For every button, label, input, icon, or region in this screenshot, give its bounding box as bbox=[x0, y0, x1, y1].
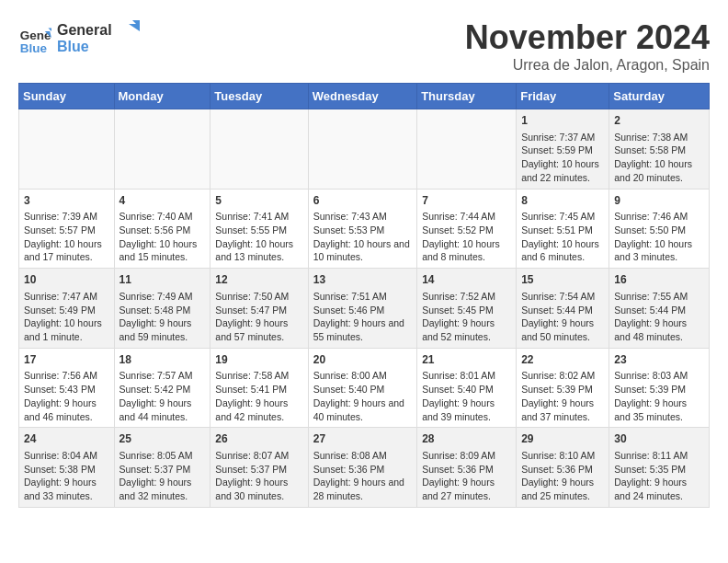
weekday-header-wednesday: Wednesday bbox=[308, 84, 416, 109]
day-info: Daylight: 9 hours and 28 minutes. bbox=[313, 476, 412, 502]
day-info: Sunset: 5:36 PM bbox=[422, 463, 511, 477]
calendar-cell: 15Sunrise: 7:54 AMSunset: 5:44 PMDayligh… bbox=[517, 269, 609, 349]
day-number: 6 bbox=[313, 193, 412, 209]
day-info: Sunrise: 7:52 AM bbox=[422, 290, 511, 304]
calendar-week-5: 24Sunrise: 8:04 AMSunset: 5:38 PMDayligh… bbox=[19, 428, 710, 508]
day-info: Daylight: 10 hours and 13 minutes. bbox=[215, 237, 302, 264]
svg-text:Blue: Blue bbox=[57, 39, 89, 54]
day-info: Sunrise: 8:10 AM bbox=[521, 449, 604, 463]
day-number: 11 bbox=[119, 272, 206, 288]
calendar-cell: 16Sunrise: 7:55 AMSunset: 5:44 PMDayligh… bbox=[609, 269, 710, 349]
day-number: 10 bbox=[24, 272, 109, 288]
calendar-cell: 24Sunrise: 8:04 AMSunset: 5:38 PMDayligh… bbox=[19, 428, 115, 508]
calendar-week-2: 3Sunrise: 7:39 AMSunset: 5:57 PMDaylight… bbox=[19, 189, 710, 269]
calendar-cell: 4Sunrise: 7:40 AMSunset: 5:56 PMDaylight… bbox=[114, 189, 210, 269]
day-number: 22 bbox=[521, 352, 604, 368]
day-info: Sunset: 5:36 PM bbox=[521, 463, 604, 477]
logo: General Blue General Blue bbox=[18, 18, 140, 61]
calendar-cell bbox=[114, 109, 210, 190]
day-info: Daylight: 9 hours and 39 minutes. bbox=[422, 396, 511, 423]
day-info: Sunrise: 7:39 AM bbox=[24, 210, 109, 224]
day-info: Daylight: 9 hours and 27 minutes. bbox=[422, 476, 511, 502]
day-info: Daylight: 9 hours and 57 minutes. bbox=[215, 316, 302, 343]
day-number: 24 bbox=[24, 431, 109, 447]
calendar-table: SundayMondayTuesdayWednesdayThursdayFrid… bbox=[18, 83, 710, 508]
day-number: 2 bbox=[614, 113, 704, 129]
day-number: 25 bbox=[119, 431, 206, 447]
title-area: November 2024 Urrea de Jalon, Aragon, Sp… bbox=[465, 18, 710, 74]
day-info: Sunrise: 7:46 AM bbox=[614, 210, 704, 224]
day-info: Daylight: 9 hours and 24 minutes. bbox=[614, 476, 704, 502]
day-info: Sunrise: 8:04 AM bbox=[24, 449, 109, 463]
day-info: Sunrise: 7:51 AM bbox=[313, 290, 412, 304]
calendar-cell: 22Sunrise: 8:02 AMSunset: 5:39 PMDayligh… bbox=[517, 348, 609, 428]
calendar-cell: 29Sunrise: 8:10 AMSunset: 5:36 PMDayligh… bbox=[517, 428, 609, 508]
calendar-cell: 11Sunrise: 7:49 AMSunset: 5:48 PMDayligh… bbox=[114, 269, 210, 349]
day-info: Sunset: 5:40 PM bbox=[313, 383, 412, 396]
calendar-cell: 28Sunrise: 8:09 AMSunset: 5:36 PMDayligh… bbox=[417, 428, 517, 508]
day-info: Sunrise: 8:03 AM bbox=[614, 369, 704, 383]
page-header: General Blue General Blue November 2024 … bbox=[18, 18, 710, 74]
weekday-header-thursday: Thursday bbox=[417, 84, 517, 109]
calendar-cell: 25Sunrise: 8:05 AMSunset: 5:37 PMDayligh… bbox=[114, 428, 210, 508]
calendar-cell bbox=[417, 109, 517, 190]
day-info: Daylight: 9 hours and 33 minutes. bbox=[24, 476, 109, 502]
calendar-cell bbox=[19, 109, 115, 190]
day-info: Sunrise: 7:41 AM bbox=[215, 210, 302, 224]
day-info: Sunset: 5:51 PM bbox=[521, 224, 604, 237]
day-info: Daylight: 10 hours and 3 minutes. bbox=[614, 237, 704, 264]
day-info: Sunrise: 8:11 AM bbox=[614, 449, 704, 463]
calendar-cell: 5Sunrise: 7:41 AMSunset: 5:55 PMDaylight… bbox=[210, 189, 308, 269]
day-info: Daylight: 9 hours and 25 minutes. bbox=[521, 476, 604, 502]
location: Urrea de Jalon, Aragon, Spain bbox=[465, 57, 710, 74]
month-title: November 2024 bbox=[465, 18, 710, 57]
day-info: Sunrise: 7:57 AM bbox=[119, 369, 206, 383]
day-number: 29 bbox=[521, 431, 604, 447]
day-number: 16 bbox=[614, 272, 704, 288]
day-info: Sunset: 5:45 PM bbox=[422, 304, 511, 317]
day-info: Sunrise: 7:56 AM bbox=[24, 369, 109, 383]
day-info: Daylight: 9 hours and 40 minutes. bbox=[313, 396, 412, 423]
day-info: Sunset: 5:35 PM bbox=[614, 463, 704, 477]
day-info: Sunset: 5:40 PM bbox=[422, 383, 511, 396]
day-number: 4 bbox=[119, 193, 206, 209]
calendar-header-row: SundayMondayTuesdayWednesdayThursdayFrid… bbox=[19, 84, 710, 109]
day-info: Sunset: 5:59 PM bbox=[521, 144, 604, 157]
day-info: Daylight: 9 hours and 55 minutes. bbox=[313, 316, 412, 343]
day-number: 23 bbox=[614, 352, 704, 368]
day-number: 20 bbox=[313, 352, 412, 368]
day-info: Sunrise: 8:02 AM bbox=[521, 369, 604, 383]
day-info: Sunrise: 7:45 AM bbox=[521, 210, 604, 224]
day-info: Daylight: 9 hours and 44 minutes. bbox=[119, 396, 206, 423]
weekday-header-tuesday: Tuesday bbox=[210, 84, 308, 109]
day-info: Daylight: 10 hours and 8 minutes. bbox=[422, 237, 511, 264]
weekday-header-friday: Friday bbox=[517, 84, 609, 109]
day-info: Sunset: 5:52 PM bbox=[422, 224, 511, 237]
day-info: Sunset: 5:36 PM bbox=[313, 463, 412, 477]
day-info: Daylight: 9 hours and 35 minutes. bbox=[614, 396, 704, 423]
day-number: 5 bbox=[215, 193, 302, 209]
day-info: Sunset: 5:57 PM bbox=[24, 224, 109, 237]
calendar-cell: 7Sunrise: 7:44 AMSunset: 5:52 PMDaylight… bbox=[417, 189, 517, 269]
day-number: 14 bbox=[422, 272, 511, 288]
calendar-cell: 18Sunrise: 7:57 AMSunset: 5:42 PMDayligh… bbox=[114, 348, 210, 428]
day-info: Sunrise: 8:05 AM bbox=[119, 449, 206, 463]
day-number: 30 bbox=[614, 431, 704, 447]
day-info: Sunrise: 7:44 AM bbox=[422, 210, 511, 224]
day-info: Daylight: 10 hours and 17 minutes. bbox=[24, 237, 109, 264]
calendar-cell: 19Sunrise: 7:58 AMSunset: 5:41 PMDayligh… bbox=[210, 348, 308, 428]
day-number: 3 bbox=[24, 193, 109, 209]
day-info: Daylight: 9 hours and 46 minutes. bbox=[24, 396, 109, 423]
day-info: Daylight: 9 hours and 50 minutes. bbox=[521, 316, 604, 343]
calendar-cell: 6Sunrise: 7:43 AMSunset: 5:53 PMDaylight… bbox=[308, 189, 416, 269]
day-number: 27 bbox=[313, 431, 412, 447]
day-info: Sunrise: 7:50 AM bbox=[215, 290, 302, 304]
day-info: Daylight: 10 hours and 6 minutes. bbox=[521, 237, 604, 264]
calendar-cell: 14Sunrise: 7:52 AMSunset: 5:45 PMDayligh… bbox=[417, 269, 517, 349]
day-info: Sunrise: 7:40 AM bbox=[119, 210, 206, 224]
calendar-week-4: 17Sunrise: 7:56 AMSunset: 5:43 PMDayligh… bbox=[19, 348, 710, 428]
day-info: Sunrise: 7:43 AM bbox=[313, 210, 412, 224]
calendar-cell: 21Sunrise: 8:01 AMSunset: 5:40 PMDayligh… bbox=[417, 348, 517, 428]
day-number: 17 bbox=[24, 352, 109, 368]
day-info: Sunset: 5:43 PM bbox=[24, 383, 109, 396]
